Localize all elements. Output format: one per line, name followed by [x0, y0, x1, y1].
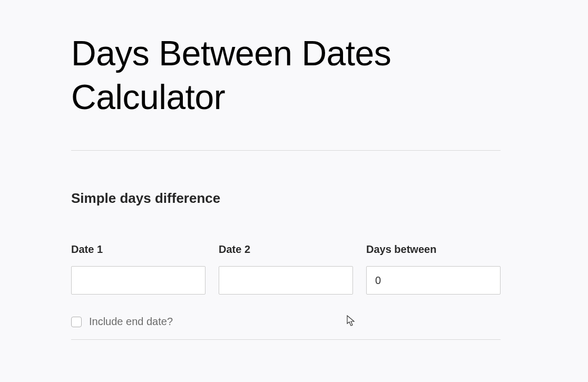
- include-end-date-label[interactable]: Include end date?: [89, 316, 173, 328]
- date2-field: Date 2: [219, 243, 353, 295]
- date1-input[interactable]: [71, 266, 205, 295]
- include-end-date-checkbox[interactable]: [71, 317, 82, 327]
- date1-label: Date 1: [71, 243, 205, 256]
- days-between-output[interactable]: [366, 266, 501, 295]
- date2-input[interactable]: [219, 266, 353, 295]
- date1-field: Date 1: [71, 243, 205, 295]
- page-title: Days Between Dates Calculator: [71, 32, 501, 119]
- title-divider: [71, 150, 501, 151]
- fields-row: Date 1 Date 2 Days between: [71, 243, 501, 295]
- include-end-date-row: Include end date?: [71, 316, 501, 340]
- main-container: Days Between Dates Calculator Simple day…: [71, 32, 501, 340]
- section-heading: Simple days difference: [71, 190, 501, 207]
- date2-label: Date 2: [219, 243, 353, 256]
- days-between-field: Days between: [366, 243, 501, 295]
- days-between-label: Days between: [366, 243, 501, 256]
